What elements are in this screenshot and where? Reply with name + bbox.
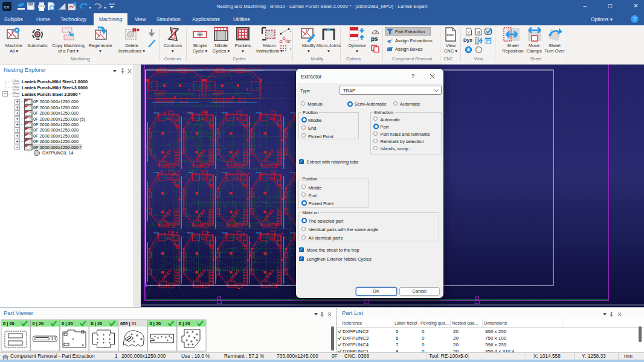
svg-text:0F 2000.000x1250.000: 0F 2000.000x1250.000 (33, 105, 79, 110)
svg-text:0 | 20: 0 | 20 (3, 321, 14, 326)
svg-text:0F 2000.000x1250.000: 0F 2000.000x1250.000 (33, 127, 79, 133)
svg-text:Lantek Punch-Mild Steel-1.0000: Lantek Punch-Mild Steel-1.0000 (22, 79, 88, 84)
svg-text:Lantek Punch-Mild Steel-3.0000: Lantek Punch-Mild Steel-3.0000 (22, 85, 88, 91)
svg-text:DXFPUNC0, 14: DXFPUNC0, 14 (42, 150, 74, 156)
svg-text:0F 2000.000x1250.000: 0F 2000.000x1250.000 (33, 110, 79, 116)
svg-text:2: 2 (288, 39, 290, 43)
svg-text:0 | 20: 0 | 20 (91, 321, 103, 326)
svg-text:0 | 20: 0 | 20 (150, 321, 161, 326)
svg-text:0F 2000.000x1250.000 (5): 0F 2000.000x1250.000 (5) (33, 116, 85, 122)
svg-text:655 | 31: 655 | 31 (120, 321, 137, 326)
svg-text:0 | 20: 0 | 20 (179, 321, 190, 326)
svg-text:ex: ex (4, 4, 10, 10)
svg-text:0F 2000.000x1250.000: 0F 2000.000x1250.000 (33, 133, 79, 139)
svg-text:Lantek Punch-Steel-2.0000 *: Lantek Punch-Steel-2.0000 * (22, 92, 80, 97)
svg-text:CNC: CNC (447, 33, 454, 37)
svg-text:0F 2000.000x1250.000: 0F 2000.000x1250.000 (33, 122, 79, 127)
svg-text:0 | 20: 0 | 20 (62, 321, 73, 326)
svg-text:0 | 20: 0 | 20 (33, 321, 44, 326)
svg-text:0F 2000.000x1250.000 *: 0F 2000.000x1250.000 * (33, 145, 82, 150)
svg-text:0F 2000.000x1250.000: 0F 2000.000x1250.000 (33, 99, 79, 104)
svg-text:0F 2000.000x1250.000: 0F 2000.000x1250.000 (33, 139, 79, 144)
svg-text:%: % (477, 30, 480, 34)
svg-text:?: ? (468, 30, 470, 34)
